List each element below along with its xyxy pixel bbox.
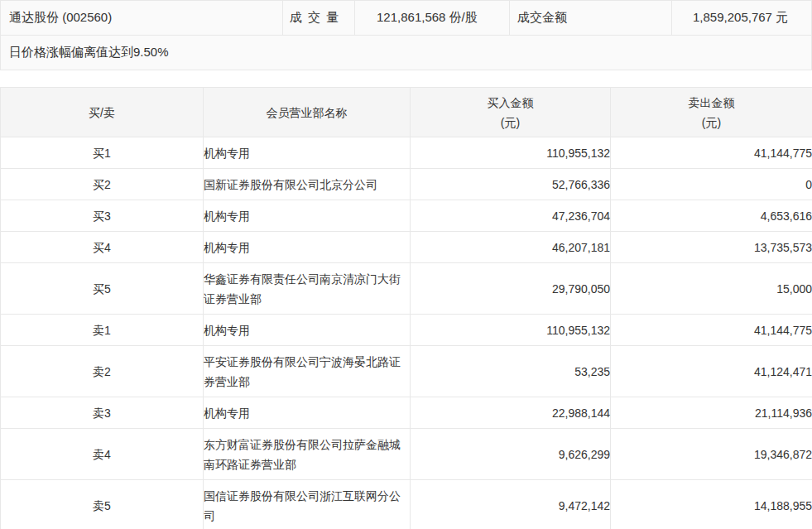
sell-amount-cell: 41,144,775 <box>611 315 812 346</box>
sell-amount-cell: 0 <box>611 169 812 200</box>
buy-amount-cell: 52,766,336 <box>411 169 611 200</box>
column-header-sell-amount-label: 卖出金额 <box>611 93 812 113</box>
buy-amount-cell: 47,236,704 <box>411 200 611 232</box>
branch-cell: 国新证券股份有限公司北京分公司 <box>204 169 411 200</box>
buy-amount-cell: 22,988,144 <box>411 397 611 429</box>
column-header-branch-label: 会员营业部名称 <box>204 103 410 123</box>
spacer <box>0 70 812 87</box>
branch-cell: 机构专用 <box>204 232 411 263</box>
side-cell: 卖1 <box>1 315 204 346</box>
column-header-buy-amount: 买入金额 (元) <box>411 88 611 137</box>
table-row: 卖1 机构专用 110,955,132 41,144,775 <box>1 315 812 346</box>
stock-title: 通达股份 (002560) <box>1 1 282 35</box>
branch-cell: 东方财富证券股份有限公司拉萨金融城南环路证券营业部 <box>204 429 411 480</box>
summary-bar: 通达股份 (002560) 成交量 121,861,568 份/股 成交金额 1… <box>0 0 812 70</box>
side-cell: 买1 <box>1 137 204 169</box>
side-cell: 买5 <box>1 263 204 315</box>
table-body: 买1 机构专用 110,955,132 41,144,775 买2 国新证券股份… <box>1 137 812 529</box>
deviation-notice: 日价格涨幅偏离值达到9.50% <box>1 36 811 70</box>
buy-amount-cell: 9,626,299 <box>411 429 611 480</box>
side-cell: 买2 <box>1 169 204 200</box>
column-header-side: 买/卖 <box>1 88 204 137</box>
sell-amount-cell: 13,735,573 <box>611 232 812 263</box>
volume-label: 成交量 <box>282 1 354 35</box>
summary-row-main: 通达股份 (002560) 成交量 121,861,568 份/股 成交金额 1… <box>1 1 811 36</box>
sell-amount-cell: 19,346,872 <box>611 429 812 480</box>
broker-seats-table: 买/卖 会员营业部名称 买入金额 (元) 卖出金额 (元) 买1 机构专用 11… <box>0 87 812 529</box>
table-row: 卖5 国信证券股份有限公司浙江互联网分公司 9,472,142 14,188,9… <box>1 480 812 529</box>
table-row: 买3 机构专用 47,236,704 4,653,616 <box>1 200 812 232</box>
turnover-label: 成交金额 <box>509 1 671 35</box>
turnover-value: 1,859,205,767 元 <box>671 1 811 35</box>
table-row: 买4 机构专用 46,207,181 13,735,573 <box>1 232 812 263</box>
buy-amount-cell: 29,790,050 <box>411 263 611 315</box>
branch-cell: 机构专用 <box>204 137 411 169</box>
sell-amount-cell: 14,188,955 <box>611 480 812 529</box>
column-header-buy-amount-unit: (元) <box>411 113 610 132</box>
buy-amount-cell: 110,955,132 <box>411 315 611 346</box>
table-row: 买2 国新证券股份有限公司北京分公司 52,766,336 0 <box>1 169 812 200</box>
side-cell: 买3 <box>1 200 204 232</box>
branch-cell: 机构专用 <box>204 315 411 346</box>
column-header-sell-amount-unit: (元) <box>611 113 812 132</box>
table-header-row: 买/卖 会员营业部名称 买入金额 (元) 卖出金额 (元) <box>1 88 812 137</box>
table-row: 卖3 机构专用 22,988,144 21,114,936 <box>1 397 812 429</box>
column-header-side-label: 买/卖 <box>1 103 203 123</box>
table-row: 买5 华鑫证券有限责任公司南京清凉门大街证券营业部 29,790,050 15,… <box>1 263 812 315</box>
side-cell: 买4 <box>1 232 204 263</box>
buy-amount-cell: 53,235 <box>411 346 611 397</box>
table-row: 买1 机构专用 110,955,132 41,144,775 <box>1 137 812 169</box>
sell-amount-cell: 4,653,616 <box>611 200 812 232</box>
branch-cell: 国信证券股份有限公司浙江互联网分公司 <box>204 480 411 529</box>
table-row: 卖2 平安证券股份有限公司宁波海晏北路证券营业部 53,235 41,124,4… <box>1 346 812 397</box>
buy-amount-cell: 9,472,142 <box>411 480 611 529</box>
buy-amount-cell: 46,207,181 <box>411 232 611 263</box>
side-cell: 卖3 <box>1 397 204 429</box>
column-header-sell-amount: 卖出金额 (元) <box>611 88 812 137</box>
branch-cell: 平安证券股份有限公司宁波海晏北路证券营业部 <box>204 346 411 397</box>
volume-value: 121,861,568 份/股 <box>354 1 509 35</box>
sell-amount-cell: 21,114,936 <box>611 397 812 429</box>
column-header-buy-amount-label: 买入金额 <box>411 93 610 113</box>
table-row: 卖4 东方财富证券股份有限公司拉萨金融城南环路证券营业部 9,626,299 1… <box>1 429 812 480</box>
sell-amount-cell: 41,144,775 <box>611 137 812 169</box>
table-header: 买/卖 会员营业部名称 买入金额 (元) 卖出金额 (元) <box>1 88 812 137</box>
side-cell: 卖5 <box>1 480 204 529</box>
buy-amount-cell: 110,955,132 <box>411 137 611 169</box>
sell-amount-cell: 15,000 <box>611 263 812 315</box>
column-header-branch: 会员营业部名称 <box>204 88 411 137</box>
branch-cell: 机构专用 <box>204 200 411 232</box>
side-cell: 卖4 <box>1 429 204 480</box>
sell-amount-cell: 41,124,471 <box>611 346 812 397</box>
branch-cell: 华鑫证券有限责任公司南京清凉门大街证券营业部 <box>204 263 411 315</box>
side-cell: 卖2 <box>1 346 204 397</box>
branch-cell: 机构专用 <box>204 397 411 429</box>
